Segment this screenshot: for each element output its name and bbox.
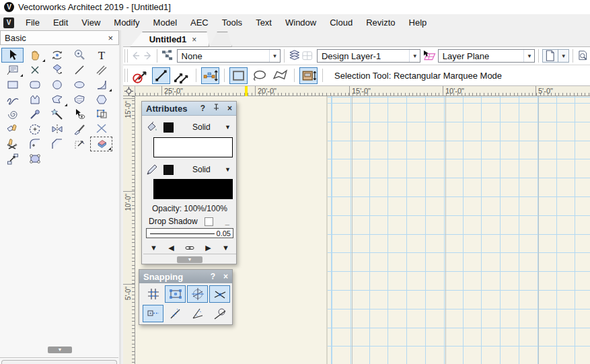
chevron-down-icon[interactable]: ▼: [269, 50, 280, 62]
menu-aec[interactable]: AEC: [184, 15, 215, 30]
eraser-tool[interactable]: [90, 137, 112, 151]
clip-tool[interactable]: [1, 137, 24, 151]
fill-color-swatch[interactable]: [163, 122, 174, 133]
offset-tool[interactable]: [1, 122, 24, 137]
resize-tool[interactable]: [1, 151, 24, 166]
fill-style-value[interactable]: Solid: [192, 122, 211, 132]
shape-pull-tool[interactable]: [24, 151, 46, 166]
spiral-tool[interactable]: [1, 107, 24, 122]
lasso-marquee-mode[interactable]: [250, 67, 268, 84]
drop-shadow-checkbox[interactable]: [205, 217, 213, 226]
pin-icon[interactable]: [209, 104, 223, 113]
double-line-tool[interactable]: [90, 63, 112, 77]
document-settings-dropdown[interactable]: ▼: [558, 49, 570, 63]
close-icon[interactable]: ×: [223, 104, 236, 113]
attributes-title-bar[interactable]: Attributes ? ×: [142, 102, 236, 116]
mirror-tool[interactable]: [46, 122, 68, 137]
pen-pencil-icon[interactable]: [145, 163, 159, 176]
active-plane-combo[interactable]: Layer Plane ▼: [438, 49, 536, 63]
rectangle-tool[interactable]: [1, 77, 24, 92]
flyover-tool[interactable]: [46, 48, 68, 63]
arc-tool[interactable]: [90, 77, 112, 92]
triangle-polygon-tool[interactable]: [68, 92, 90, 107]
help-icon[interactable]: ?: [207, 272, 219, 281]
interactive-scaling-multiple-mode[interactable]: [173, 67, 191, 84]
document-settings-button[interactable]: [542, 49, 558, 63]
clip-cube-tool[interactable]: [90, 107, 112, 122]
chamfer-tool[interactable]: [46, 137, 68, 151]
disable-interactive-scaling-mode[interactable]: [131, 67, 149, 84]
ruler-origin-icon[interactable]: [123, 86, 135, 96]
help-icon[interactable]: ?: [196, 104, 209, 113]
back-arrow-icon[interactable]: [130, 50, 142, 62]
collapsed-palette-stub[interactable]: [1, 360, 117, 364]
eyedropper-tool[interactable]: [24, 107, 46, 122]
active-layer-combo[interactable]: Design Layer-1 ▼: [317, 49, 420, 63]
menu-window[interactable]: Window: [279, 15, 323, 30]
menu-file[interactable]: File: [19, 15, 46, 30]
polygon-tool[interactable]: [46, 92, 68, 107]
link-markers-icon[interactable]: [185, 242, 194, 254]
menu-tools[interactable]: Tools: [215, 15, 249, 30]
saved-view-combo[interactable]: None ▼: [177, 49, 281, 63]
callout-tool[interactable]: [1, 63, 24, 77]
menu-help[interactable]: Help: [402, 15, 434, 30]
app-icon[interactable]: V: [3, 17, 14, 28]
search-document-icon[interactable]: [577, 49, 590, 63]
text-tool[interactable]: T: [90, 48, 112, 63]
snap-to-smart-point-button[interactable]: [187, 285, 208, 303]
zoom-tool[interactable]: [68, 48, 90, 63]
menu-revizto[interactable]: Revizto: [359, 15, 402, 30]
line-weight-field[interactable]: 0.05: [146, 228, 233, 238]
snap-to-smart-edge-button[interactable]: [143, 305, 163, 322]
menu-cloud[interactable]: Cloud: [323, 15, 359, 30]
document-tab-close-icon[interactable]: ×: [192, 35, 196, 44]
chevron-down-icon[interactable]: ▼: [523, 50, 534, 62]
fill-style-dropdown-icon[interactable]: ▼: [225, 124, 231, 131]
close-icon[interactable]: ×: [219, 272, 232, 281]
fill-bucket-icon[interactable]: [145, 120, 159, 134]
selection-tool[interactable]: [1, 48, 24, 63]
menu-view[interactable]: View: [75, 15, 107, 30]
extend-tool[interactable]: [68, 137, 90, 151]
move-3d-tool[interactable]: [46, 63, 68, 77]
basic-palette-close-icon[interactable]: ×: [102, 33, 118, 43]
trim-tool[interactable]: [90, 122, 112, 137]
toolbar-grip[interactable]: [124, 69, 128, 82]
pen-style-value[interactable]: Solid: [192, 165, 211, 174]
rectangular-marquee-mode[interactable]: [229, 67, 248, 84]
symbol-scaling-mode[interactable]: [299, 67, 318, 84]
scalpel-tool[interactable]: [68, 122, 90, 137]
saved-views-icon[interactable]: [161, 49, 174, 63]
toolbar-grip[interactable]: [124, 49, 128, 63]
select-similar-tool[interactable]: [68, 107, 90, 122]
regular-polygon-tool[interactable]: [90, 92, 112, 107]
pen-preview-swatch[interactable]: [153, 179, 233, 199]
snap-to-angle-button[interactable]: [187, 305, 208, 322]
active-plane-icon[interactable]: [422, 49, 436, 63]
snap-to-distance-button[interactable]: [165, 305, 186, 322]
menu-modify[interactable]: Modify: [107, 15, 146, 30]
oval-tool[interactable]: [68, 77, 90, 92]
layers-icon[interactable]: [288, 49, 301, 63]
circle-tool[interactable]: [46, 77, 68, 92]
rotate-tool[interactable]: [24, 122, 46, 137]
palette-collapse-button[interactable]: ▼: [48, 347, 72, 353]
polyline-tool[interactable]: [24, 92, 46, 107]
menu-edit[interactable]: Edit: [46, 15, 75, 30]
magic-wand-tool[interactable]: [46, 107, 68, 122]
menu-model[interactable]: Model: [147, 15, 184, 30]
chevron-down-icon[interactable]: ▼: [409, 50, 420, 62]
fill-preview-swatch[interactable]: [153, 137, 233, 157]
line-tool[interactable]: [68, 63, 90, 77]
snap-to-object-button[interactable]: [165, 285, 186, 303]
fillet-tool[interactable]: [24, 137, 46, 151]
locus-tool[interactable]: [24, 63, 46, 77]
polygon-marquee-mode[interactable]: [271, 67, 289, 84]
attributes-collapse-button[interactable]: ▼: [177, 256, 202, 263]
document-tab[interactable]: Untitled1 ×: [130, 32, 209, 47]
end-arrowhead-icon[interactable]: ▶: [205, 244, 211, 252]
start-arrowhead-icon[interactable]: ◀: [168, 244, 174, 252]
pen-color-swatch[interactable]: [163, 165, 174, 175]
pen-style-dropdown-icon[interactable]: ▼: [225, 166, 231, 173]
